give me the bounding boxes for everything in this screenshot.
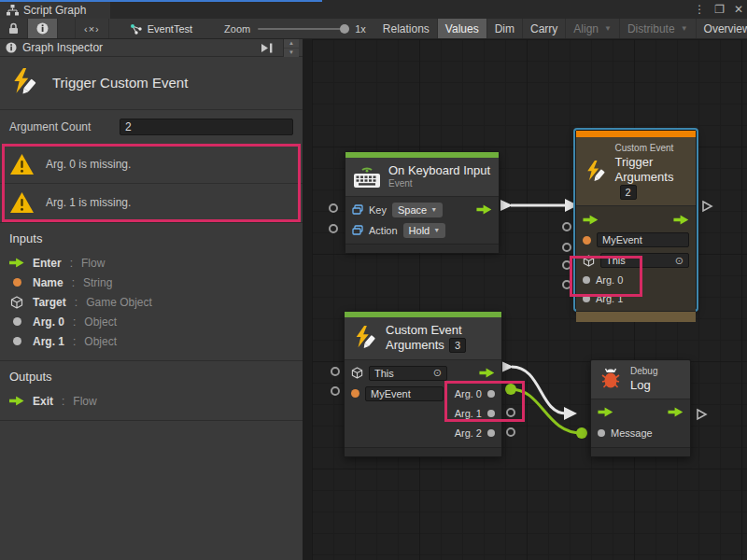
bug-icon [599, 367, 623, 391]
flow-continue-indicator [696, 408, 708, 421]
flow-row [591, 402, 690, 423]
node-on-keyboard-input[interactable]: On Keyboard Input Event Key Space ▼ [345, 151, 500, 251]
graph-canvas[interactable]: On Keyboard Input Event Key Space ▼ [312, 39, 747, 560]
action-dropdown[interactable]: Hold ▼ [403, 223, 446, 238]
inspector-toggle-button[interactable] [28, 19, 58, 38]
input-port-name[interactable] [562, 222, 571, 231]
flow-out-port[interactable] [668, 407, 684, 417]
keyboard-icon [353, 165, 381, 189]
distribute-button[interactable]: Distribute ▼ [620, 19, 697, 38]
keycode-icon [352, 225, 363, 235]
object-picker-icon[interactable]: ⊙ [433, 367, 442, 379]
lock-button[interactable] [0, 19, 28, 38]
arg-row: Arg. 1 [576, 289, 696, 308]
object-picker-icon[interactable]: ⊙ [675, 255, 684, 267]
lock-icon [8, 22, 19, 35]
flow-out-port[interactable] [476, 204, 492, 215]
value-port-icon[interactable] [583, 295, 590, 302]
node-selected-bar [576, 131, 696, 137]
align-button[interactable]: Align ▼ [566, 19, 620, 38]
values-button[interactable]: Values [438, 19, 487, 38]
overview-button[interactable]: Overview [697, 19, 747, 38]
keycode-icon [352, 204, 363, 215]
input-port-arg0[interactable] [562, 260, 571, 270]
code-view-button[interactable]: ‹×› [75, 19, 109, 38]
argument-count-box[interactable]: 3 [449, 338, 466, 353]
flow-out-port[interactable] [673, 215, 689, 225]
warning-icon [9, 153, 35, 175]
key-dropdown[interactable]: Space ▼ [392, 203, 443, 217]
node-debug-log[interactable]: Debug Log Message [590, 359, 691, 457]
argument-count-input[interactable] [120, 119, 293, 135]
flow-out-port[interactable] [479, 368, 495, 378]
graph-name: EventTest [148, 23, 192, 35]
arg-row: Arg. 0 [576, 271, 696, 289]
output-port-arg1[interactable] [506, 408, 515, 417]
target-field[interactable]: This ⊙ [600, 253, 689, 268]
node-trigger-custom-event[interactable]: Custom Event Trigger Arguments2 MyEvent … [575, 130, 697, 310]
chevron-down-icon: ▼ [604, 24, 612, 33]
string-port-icon[interactable] [351, 389, 359, 398]
value-port-icon[interactable] [487, 410, 495, 417]
node-title: Trigger [615, 155, 688, 170]
inspector-header-title: Graph Inspector [22, 41, 103, 54]
dock-panel-icon[interactable] [261, 43, 274, 53]
target-field[interactable]: This ⊙ [369, 366, 447, 381]
tab-script-graph[interactable]: Script Graph [0, 2, 110, 19]
zoom-slider[interactable] [258, 28, 347, 30]
argument-count-box[interactable]: 2 [620, 185, 637, 200]
dim-button[interactable]: Dim [487, 19, 523, 38]
output-port-arg2[interactable] [506, 427, 515, 437]
warning-text: Arg. 1 is missing. [46, 196, 131, 209]
node-footer [345, 244, 499, 253]
arg-row: Arg. 1 [345, 404, 501, 424]
event-name-field[interactable]: MyEvent [365, 386, 444, 401]
panel-scroll-spinner[interactable]: ▲ ▼ [283, 39, 299, 57]
warnings-list: Arg. 0 is missing. Arg. 1 is missing. [0, 145, 303, 221]
window-maximize-icon[interactable]: ❐ [714, 3, 725, 16]
code-icon: ‹×› [84, 23, 100, 35]
chevron-down-icon: ▼ [681, 24, 688, 33]
window-close-icon[interactable]: ✕ [734, 3, 743, 16]
input-port-target[interactable] [562, 243, 571, 252]
flow-in-port[interactable] [598, 407, 613, 417]
window-menu-icon[interactable]: ⋮ [694, 3, 705, 16]
input-port-key[interactable] [329, 203, 338, 213]
custom-event-icon [9, 67, 39, 97]
inputs-header: Inputs [9, 231, 293, 245]
target-row: This ⊙ [576, 250, 696, 271]
warning-row: Arg. 0 is missing. [0, 145, 303, 183]
node-subtitle: Event [388, 178, 490, 190]
argument-count-label: Argument Count [9, 120, 120, 133]
message-row: Message [591, 423, 690, 443]
inspector-empty-area [0, 420, 303, 560]
event-name-row: MyEvent [576, 230, 696, 250]
event-name-row: MyEvent Arg. 0 [345, 384, 501, 404]
input-port-action[interactable] [329, 224, 338, 233]
flow-continue-indicator [701, 200, 713, 213]
port-row: Name:String [9, 273, 293, 292]
node-title-2: Arguments2 [615, 170, 688, 201]
input-port-name[interactable] [331, 386, 340, 396]
port-row: Exit:Flow [9, 391, 293, 411]
node-title: Log [630, 378, 657, 393]
input-port-target[interactable] [331, 367, 340, 376]
zoom-slider-handle[interactable] [340, 24, 349, 34]
graph-reference[interactable]: EventTest [130, 23, 192, 35]
flow-arrow-icon [9, 396, 24, 406]
custom-event-icon [584, 159, 608, 185]
value-port-icon[interactable] [487, 390, 495, 398]
carry-button[interactable]: Carry [523, 19, 566, 38]
string-port-icon[interactable] [583, 236, 591, 245]
value-port-icon[interactable] [583, 276, 590, 284]
object-port-icon [13, 337, 21, 345]
node-custom-event[interactable]: Custom Event Arguments3 This ⊙ MyEvent A… [344, 311, 502, 457]
input-port-arg1[interactable] [562, 280, 571, 289]
value-port-icon[interactable] [487, 429, 495, 437]
relations-button[interactable]: Relations [375, 19, 438, 38]
port-row-key: Key Space ▼ [345, 200, 499, 220]
value-port-icon[interactable] [598, 429, 605, 437]
game-object-icon [10, 296, 23, 309]
event-name-field[interactable]: MyEvent [597, 232, 689, 247]
flow-in-port[interactable] [583, 215, 599, 225]
